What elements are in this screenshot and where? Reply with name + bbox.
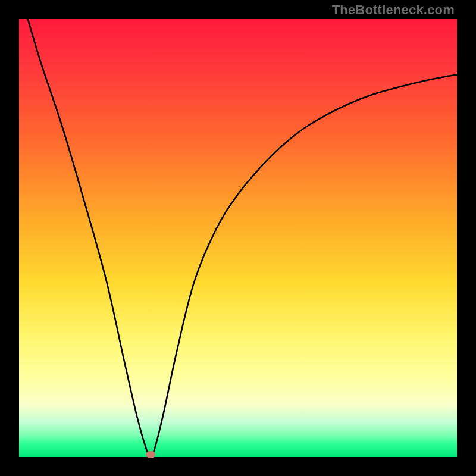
watermark-label: TheBottleneck.com	[332, 2, 455, 18]
chart-frame: TheBottleneck.com	[0, 0, 476, 476]
plot-area	[19, 19, 457, 457]
bottleneck-curve	[19, 19, 457, 457]
optimal-point-marker	[146, 451, 155, 458]
